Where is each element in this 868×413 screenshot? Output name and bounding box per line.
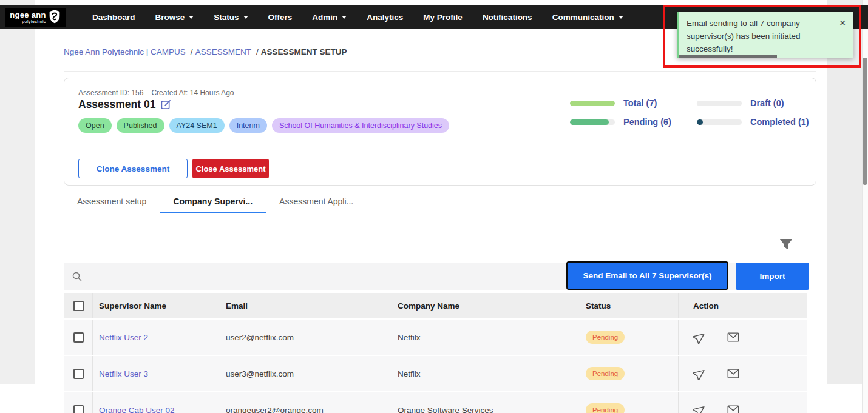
breadcrumb-assessment[interactable]: ASSESSMENT	[195, 47, 251, 56]
stat-completed: Completed (1)	[697, 117, 809, 127]
scrollbar-thumb[interactable]	[863, 58, 867, 185]
supervisor-email: user2@netflix.com	[217, 320, 390, 355]
nav-menu: Dashboard Browse Status Offers Admin Ana…	[92, 5, 623, 29]
shield-logo-icon	[49, 9, 61, 26]
toast-progress-bar	[679, 55, 777, 58]
table-row: Orange Cab User 02 orangeuser2@orange.co…	[64, 392, 807, 413]
nav-item-communication[interactable]: Communication	[552, 13, 623, 22]
breadcrumb-separator: /	[256, 47, 259, 56]
nav-item-analytics[interactable]: Analytics	[367, 13, 403, 22]
stat-total-label: Total (7)	[623, 98, 657, 108]
nav-divider	[72, 10, 72, 24]
caret-down-icon	[619, 16, 623, 19]
stat-total-bar	[570, 101, 615, 106]
send-icon[interactable]	[693, 403, 707, 413]
breadcrumb-root[interactable]: Ngee Ann Polytechnic | CAMPUS	[64, 47, 186, 56]
nav-item-admin[interactable]: Admin	[312, 13, 347, 22]
assessment-created-at: Created At: 14 Hours Ago	[151, 89, 234, 97]
company-name: Orange Software Services	[390, 392, 578, 413]
email-icon[interactable]	[727, 403, 740, 413]
assessment-title: Assessment 01	[78, 98, 155, 111]
supervisor-email: user3@netflix.com	[217, 356, 390, 391]
status-badge: Pending	[586, 331, 625, 344]
stat-completed-bar	[697, 119, 742, 125]
row-checkbox[interactable]	[73, 405, 84, 413]
company-name: Netfilx	[390, 320, 578, 355]
send-icon[interactable]	[693, 331, 707, 344]
row-checkbox[interactable]	[73, 369, 84, 379]
filter-icon[interactable]	[778, 237, 795, 254]
caret-down-icon	[243, 16, 248, 19]
tab-bar-underline	[64, 213, 334, 213]
nav-item-status[interactable]: Status	[214, 13, 248, 22]
row-checkbox[interactable]	[73, 332, 84, 343]
stat-total: Total (7)	[570, 98, 657, 108]
close-icon[interactable]: ✕	[839, 18, 846, 28]
badge-open: Open	[78, 118, 112, 133]
send-email-all-button[interactable]: Send Email to All 7 Supervisor(s)	[566, 261, 728, 290]
clone-assessment-button[interactable]: Clone Assessment	[78, 159, 188, 178]
company-name: Netfilx	[390, 356, 578, 391]
breadcrumb: Ngee Ann Polytechnic | CAMPUS/ASSESSMENT…	[64, 47, 347, 56]
breadcrumb-separator: /	[191, 47, 193, 56]
ngee-ann-logo[interactable]: ngee ann polytechnic	[5, 8, 66, 27]
select-all-checkbox[interactable]	[73, 301, 84, 311]
status-badge: Pending	[586, 367, 625, 380]
header-action: Action	[679, 293, 807, 318]
table-row: Netflix User 3 user3@netflix.com Netfilx…	[64, 356, 807, 391]
toast-message: Email sending to all 7 company superviso…	[687, 18, 826, 56]
stat-draft: Draft (0)	[697, 98, 784, 108]
header-company-name: Company Name	[390, 293, 578, 318]
tab-company-supervisors[interactable]: Company Supervi...	[160, 191, 266, 213]
logo-line2: polytechnic	[22, 19, 46, 24]
caret-down-icon	[342, 16, 347, 19]
badge-interim: Interim	[229, 118, 267, 133]
nav-item-browse[interactable]: Browse	[155, 13, 194, 22]
logo-line1: ngee ann	[10, 11, 46, 19]
import-button[interactable]: Import	[736, 263, 809, 290]
supervisor-name-link[interactable]: Netflix User 2	[99, 333, 148, 342]
stat-completed-label: Completed (1)	[750, 117, 809, 127]
close-assessment-button[interactable]: Close Assessment	[192, 159, 269, 178]
status-badge: Pending	[586, 403, 625, 413]
badge-school: School Of Humanities & Interdisciplinary…	[272, 118, 449, 133]
badge-semester: AY24 SEM1	[169, 118, 225, 133]
caret-down-icon	[189, 16, 194, 19]
nav-item-notifications[interactable]: Notifications	[483, 13, 532, 22]
header-email: Email	[217, 293, 390, 318]
stat-pending: Pending (6)	[570, 117, 671, 127]
search-icon	[72, 271, 83, 282]
tab-assessment-applications[interactable]: Assessment Appli...	[266, 191, 367, 213]
nav-item-dashboard[interactable]: Dashboard	[92, 13, 135, 22]
table-header-row: Supervisor Name Email Company Name Statu…	[64, 293, 807, 318]
assessment-badges: Open Published AY24 SEM1 Interim School …	[78, 118, 449, 133]
edit-icon[interactable]	[161, 99, 171, 110]
header-status: Status	[578, 293, 679, 318]
email-icon[interactable]	[727, 331, 740, 344]
left-gutter	[0, 0, 35, 384]
stat-pending-label: Pending (6)	[623, 117, 671, 127]
table-row: Netflix User 2 user2@netflix.com Netfilx…	[64, 320, 807, 355]
supervisor-email: orangeuser2@orange.com	[217, 392, 390, 413]
assessment-id: Assessment ID: 156	[78, 89, 143, 97]
section-divider	[64, 71, 816, 72]
assessment-meta: Assessment ID: 156 Created At: 14 Hours …	[78, 89, 234, 97]
breadcrumb-current: ASSESSMENT SETUP	[261, 47, 347, 56]
tab-assessment-setup[interactable]: Assessment setup	[64, 191, 160, 213]
send-icon[interactable]	[693, 367, 707, 380]
tab-bar: Assessment setup Company Supervi... Asse…	[64, 191, 367, 213]
stat-draft-bar	[697, 101, 742, 106]
nav-item-offers[interactable]: Offers	[268, 13, 293, 22]
assessment-card: Assessment ID: 156 Created At: 14 Hours …	[64, 78, 816, 186]
supervisors-table: Supervisor Name Email Company Name Statu…	[64, 293, 807, 413]
stat-pending-bar	[570, 119, 615, 125]
header-supervisor-name: Supervisor Name	[93, 293, 217, 318]
nav-item-my-profile[interactable]: My Profile	[423, 13, 463, 22]
email-icon[interactable]	[727, 367, 740, 380]
supervisor-name-link[interactable]: Netflix User 3	[99, 369, 148, 378]
toast-notification: Email sending to all 7 company superviso…	[677, 12, 853, 58]
badge-published: Published	[117, 118, 164, 133]
supervisor-name-link[interactable]: Orange Cab User 02	[99, 406, 175, 413]
stat-draft-label: Draft (0)	[750, 98, 784, 108]
